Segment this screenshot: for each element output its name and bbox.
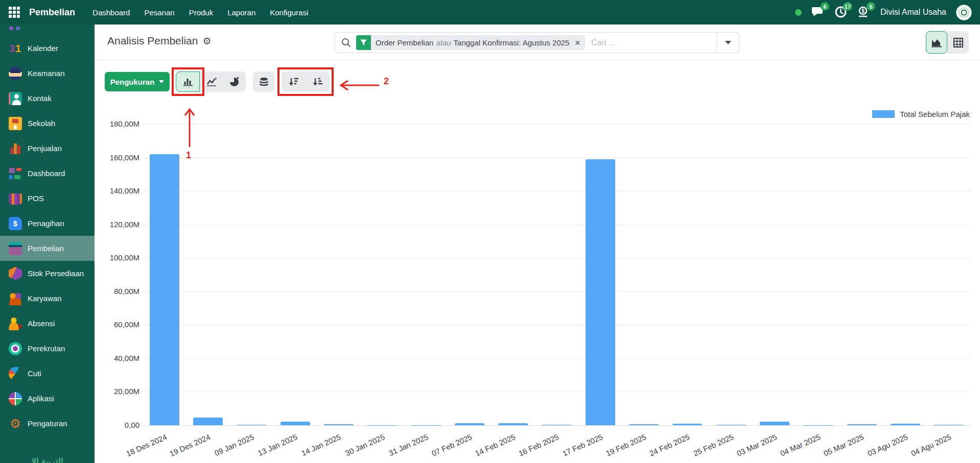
activities-icon[interactable]: 17 (834, 6, 848, 19)
contacts-icon (9, 92, 22, 105)
control-panel: Analisis Pembelian ⚙ Order Pembelian ata… (95, 25, 980, 60)
chart-legend[interactable]: Total Sebelum Pajak (872, 110, 970, 118)
gridline (143, 291, 971, 292)
bar-19-des-2024[interactable] (193, 418, 223, 425)
x-axis-tick: 03 Mar 2025 (735, 432, 778, 458)
facet-close-icon[interactable]: ✕ (574, 39, 580, 47)
x-axis-tick: 14 Jan 2025 (300, 432, 342, 457)
bar-13-jan-2025[interactable] (281, 422, 310, 425)
svg-text:$: $ (861, 8, 865, 14)
bar-chart-button[interactable] (176, 71, 200, 92)
calendar-icon (9, 42, 22, 55)
facet-value: Tanggal Konfirmasi: Agustus 2025 (454, 38, 570, 47)
sidebar-item-sekolah[interactable]: Sekolah (0, 111, 95, 136)
sort-descending-button[interactable] (282, 71, 306, 92)
dashboard-icon (9, 167, 22, 180)
x-axis-tick: 16 Feb 2025 (518, 432, 561, 458)
gridline (143, 258, 971, 258)
filter-icon (356, 35, 371, 50)
app-name[interactable]: Pembelian (29, 7, 75, 18)
stacked-button[interactable] (253, 71, 274, 92)
x-axis-tick: 03 Agu 2025 (866, 432, 909, 458)
sales-icon (9, 142, 22, 155)
sidebar-item-keamanan[interactable]: Keamanan (0, 61, 95, 86)
graph-view-button[interactable] (926, 31, 947, 54)
sidebar-item-label: Absensi (28, 319, 55, 328)
gridline (143, 325, 971, 325)
annotation-label-2: 2 (384, 76, 389, 87)
x-axis-tick: 07 Feb 2025 (430, 432, 473, 458)
y-axis-tick: 180,00M (99, 119, 139, 128)
apps-menu-icon[interactable] (9, 7, 20, 18)
y-axis-tick: 20,00M (99, 387, 139, 396)
search-dropdown-toggle[interactable] (716, 33, 739, 53)
messages-icon[interactable]: 6 (811, 6, 825, 19)
bar-chart (143, 124, 971, 425)
y-axis-tick: 80,00M (99, 287, 139, 296)
sidebar-item-dashboard[interactable]: Dashboard (0, 161, 95, 186)
gridline (143, 124, 971, 125)
apps-icon (9, 392, 22, 405)
messages-badge: 6 (821, 2, 829, 11)
x-axis-tick: 19 Feb 2025 (604, 432, 647, 458)
sidebar-item-aplikasi[interactable]: Aplikasi (0, 386, 95, 411)
x-axis-tick: 04 Agu 2025 (909, 432, 952, 458)
settings-icon (9, 417, 22, 430)
search-input[interactable] (585, 38, 716, 47)
sidebar-item-stok-persediaan[interactable]: Stok Persediaan (0, 261, 95, 286)
chart-controls: Pengukuran (105, 71, 330, 92)
x-axis-tick: 30 Jan 2025 (344, 432, 386, 457)
requests-badge: 5 (867, 2, 875, 11)
sidebar-item-perekrutan[interactable]: Perekrutan (0, 336, 95, 361)
sidebar-item-absensi[interactable]: Absensi (0, 311, 95, 336)
gridline (143, 158, 971, 158)
sidebar-item-label: Keamanan (28, 69, 65, 78)
sidebar-item-label: Penjualan (28, 144, 62, 153)
avatar[interactable] (956, 5, 972, 20)
legend-label: Total Sebelum Pajak (900, 110, 970, 118)
top-menu-item-konfigurasi[interactable]: Konfigurasi (264, 5, 314, 20)
facet-conjunction: atau (436, 38, 451, 47)
sidebar-item-pembelian[interactable]: Pembelian (0, 236, 95, 261)
search-icon (341, 38, 351, 47)
sidebar-item-cuti[interactable]: Cuti (0, 361, 95, 386)
sidebar-item-karyawan[interactable]: Karyawan (0, 286, 95, 311)
filter-facet: Order Pembelian atau Tanggal Konfirmasi:… (356, 35, 585, 50)
sidebar-item-kalender[interactable]: Kalender (0, 36, 95, 61)
top-menu-item-produk[interactable]: Produk (183, 5, 220, 20)
company-switcher[interactable]: Divisi Amal Usaha (880, 8, 946, 17)
gridline (143, 392, 971, 392)
sidebar-item-pos[interactable]: POS (0, 186, 95, 211)
x-axis-labels: 18 Des 202419 Des 202409 Jan 202513 Jan … (143, 425, 971, 463)
bar-17-feb-2025[interactable] (586, 159, 615, 425)
y-axis-tick: 100,00M (99, 253, 139, 262)
pie-icon (230, 78, 239, 86)
x-axis-tick: 04 Mar 2025 (779, 432, 822, 458)
sidebar-item-label: Perekrutan (28, 344, 65, 353)
gear-icon[interactable]: ⚙ (202, 35, 211, 47)
measures-button[interactable]: Pengukuran (105, 72, 170, 91)
pie-chart-button[interactable] (223, 71, 246, 92)
top-menu-item-laporan[interactable]: Laporan (221, 5, 262, 20)
sidebar-item-kontak[interactable]: Kontak (0, 86, 95, 111)
top-menu-item-dashboard[interactable]: Dashboard (86, 5, 136, 20)
main-content: Analisis Pembelian ⚙ Order Pembelian ata… (95, 25, 980, 463)
sidebar-item-label: Stok Persediaan (28, 269, 84, 278)
sidebar-item-penagihan[interactable]: Penagihan (0, 211, 95, 236)
requests-icon[interactable]: $ 5 (857, 6, 871, 19)
line-chart-button[interactable] (200, 71, 223, 92)
sort-ascending-button[interactable] (306, 71, 330, 92)
school-icon (9, 117, 22, 130)
legend-swatch (872, 110, 895, 118)
top-menu-item-pesanan[interactable]: Pesanan (138, 5, 180, 20)
x-axis-tick: 25 Feb 2025 (692, 432, 735, 458)
search-bar[interactable]: Order Pembelian atau Tanggal Konfirmasi:… (335, 32, 739, 53)
x-axis-tick: 19 Des 2024 (168, 432, 212, 458)
y-axis-tick: 160,00M (99, 153, 139, 162)
sidebar: KalenderKeamananKontakSekolahPenjualanDa… (0, 25, 95, 463)
sidebar-item-penjualan[interactable]: Penjualan (0, 136, 95, 161)
pivot-view-button[interactable] (947, 31, 969, 54)
sidebar-item-label: Kontak (28, 94, 52, 103)
sidebar-item-pengaturan[interactable]: Pengaturan (0, 411, 95, 436)
bar-18-des-2024[interactable] (150, 154, 179, 425)
